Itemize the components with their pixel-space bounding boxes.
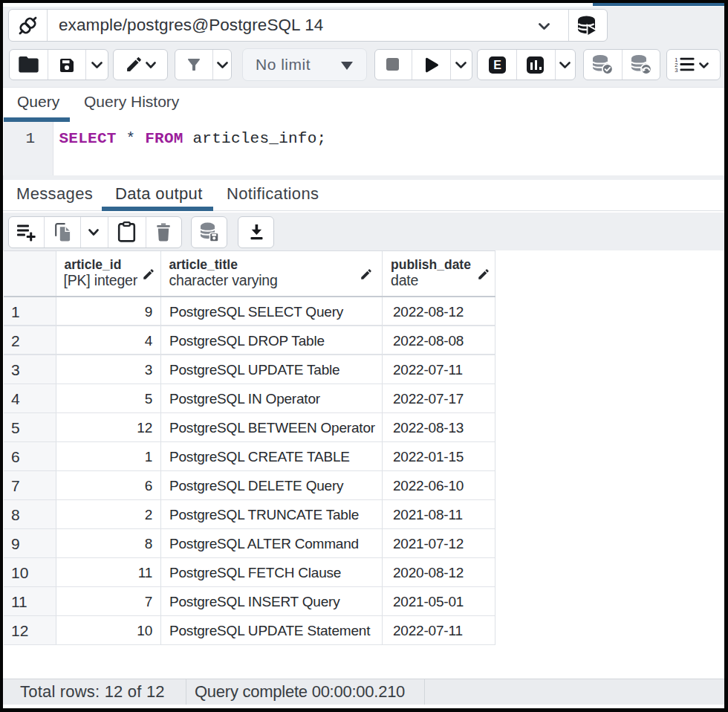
svg-text:3: 3 xyxy=(675,67,677,72)
